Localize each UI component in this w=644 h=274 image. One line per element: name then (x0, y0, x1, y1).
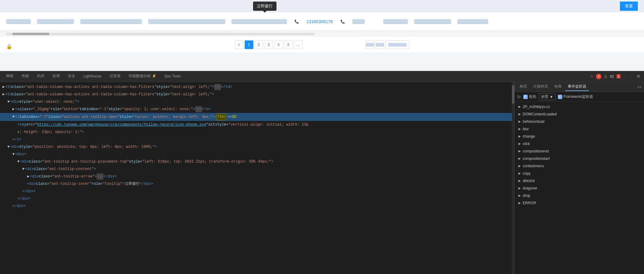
tooltip-popup: 立即拨打 (253, 2, 276, 11)
tab-lighthouse[interactable]: Lighthouse (80, 72, 105, 81)
event-triangle-5[interactable]: ▶ (518, 141, 521, 147)
page-prev[interactable]: < (235, 40, 243, 49)
event-item-1[interactable]: ▶ DOMContentLoaded (515, 110, 644, 118)
event-triangle-3[interactable]: ▶ (518, 126, 521, 132)
tab-styles[interactable]: 样式 (517, 83, 530, 91)
ancestor-dropdown[interactable]: 全部 ▼ (539, 93, 555, 100)
event-triangle-12[interactable]: ▶ (518, 193, 521, 199)
triangle-4[interactable]: ▶ (12, 106, 15, 112)
page-ellipsis[interactable]: ... (294, 40, 303, 49)
tab-recorder[interactable]: 记录器 (106, 72, 124, 81)
event-triangle-6[interactable]: ▶ (518, 148, 521, 154)
page-3[interactable]: 3 (264, 40, 273, 49)
event-name-4: change (523, 133, 535, 139)
tab-layout[interactable]: 布局 (552, 83, 564, 91)
ellipsis-3[interactable]: ··· (97, 173, 103, 180)
tab-computed[interactable]: 计算样式 (531, 83, 551, 91)
event-item-10[interactable]: ▶ dblclick (515, 177, 644, 185)
event-item-4[interactable]: ▶ change (515, 133, 644, 140)
triangle-3[interactable]: ▼ (7, 99, 10, 105)
triangle-1[interactable]: ▶ (2, 84, 5, 90)
event-item-9[interactable]: ▶ copy (515, 170, 644, 177)
page-next[interactable] (376, 40, 384, 49)
dom-line-6: <img src= "https://cdn.tungee.com/wareho… (0, 121, 514, 128)
event-item-8[interactable]: ▶ contextmenu (515, 162, 644, 170)
event-name-1: DOMContentLoaded (523, 111, 557, 117)
cell-1 (6, 19, 31, 24)
event-item-6[interactable]: ▶ compositionend (515, 147, 644, 155)
event-name-3: blur (523, 126, 529, 132)
event-triangle-2[interactable]: ▶ (518, 118, 521, 125)
triangle-8[interactable]: ▼ (7, 144, 10, 150)
event-triangle-8[interactable]: ▶ (518, 163, 521, 169)
tab-application[interactable]: 应用 (49, 72, 64, 81)
event-item-12[interactable]: ▶ drop (515, 192, 644, 199)
event-item-0[interactable]: ▶ 2P_m3h8qryv.cz (515, 103, 644, 110)
dom-scrollbar[interactable] (512, 82, 514, 274)
flex-badge: flex (216, 114, 226, 120)
scrollbar-track[interactable] (6, 33, 315, 35)
triangle-12[interactable]: ▶ (27, 173, 29, 180)
ellipsis-2[interactable]: ··· (195, 106, 202, 112)
dom-line-5[interactable]: ▼ <i tabindex="-1" class="anticon ant-to… (0, 113, 514, 121)
ellipsis-1[interactable]: ··· (214, 84, 221, 90)
dom-line-11: ▼ <div class="ant-tooltip-content" > (0, 165, 514, 173)
event-triangle-7[interactable]: ▶ (518, 156, 521, 162)
refresh-icon[interactable]: ↻ (517, 94, 521, 99)
page-5[interactable]: 5 (284, 40, 293, 49)
tab-devtools[interactable]: Dev Tools (161, 72, 184, 81)
chachong-button[interactable]: 查重 (620, 2, 638, 11)
chevron-down-icon: ▼ (550, 95, 553, 99)
page-jump[interactable] (385, 40, 409, 49)
page-4[interactable]: 4 (274, 40, 283, 49)
dom-scroll[interactable]: ▶ <td class="ant-table-column-has-action… (0, 82, 514, 274)
event-name-5: click (523, 141, 530, 147)
event-triangle-0[interactable]: ▶ (518, 104, 521, 110)
event-list[interactable]: ▶ 2P_m3h8qryv.cz ▶ DOMContentLoaded ▶ be… (515, 102, 644, 274)
devtools-close-button[interactable]: ✕ (635, 72, 642, 81)
event-name-2: beforeunload (523, 118, 544, 125)
page-1[interactable]: 1 (245, 40, 253, 49)
framework-label: Framework监听器 (563, 94, 593, 99)
scrollbar-thumb[interactable] (12, 33, 49, 35)
event-triangle-13[interactable]: ▶ (518, 200, 521, 206)
event-triangle-9[interactable]: ▶ (518, 170, 521, 176)
styles-tabs: 样式 计算样式 布局 事件监听器 >> (515, 82, 644, 92)
triangle-5[interactable]: ▼ (12, 114, 15, 120)
event-item-3[interactable]: ▶ blur (515, 125, 644, 133)
tab-performance[interactable]: 性能 (18, 72, 33, 81)
event-item-11[interactable]: ▶ dragover (515, 185, 644, 192)
triangle-2[interactable]: ▶ (2, 91, 5, 98)
event-triangle-4[interactable]: ▶ (518, 133, 521, 139)
page-8[interactable] (366, 40, 374, 49)
event-item-2[interactable]: ▶ beforeunload (515, 118, 644, 125)
event-item-13[interactable]: ▶ ERROR (515, 199, 644, 207)
event-item-5[interactable]: ▶ click (515, 140, 644, 147)
dom-line-15: </div> (0, 195, 514, 202)
dom-line-8: ▼ <div style="position: absolute; top: 0… (0, 143, 514, 151)
horizontal-scrollbar[interactable] (0, 31, 644, 37)
devtools-tab-bar: 网络 性能 内存 应用 安全 Lighthouse 记录器 性能数据分析 ⚡ D… (0, 71, 644, 82)
triangle-10[interactable]: ▼ (17, 159, 19, 165)
ancestor-checkbox[interactable] (523, 95, 528, 99)
tab-network[interactable]: 网络 (2, 72, 17, 81)
devtools-panel: 网络 性能 内存 应用 安全 Lighthouse 记录器 性能数据分析 ⚡ D… (0, 71, 644, 274)
event-triangle-1[interactable]: ▶ (518, 111, 521, 117)
dom-line-7: </i> (0, 136, 514, 143)
phone-icon-2: 📞 (340, 19, 345, 24)
dom-scrollbar-thumb[interactable] (512, 85, 514, 104)
triangle-11[interactable]: ▼ (22, 166, 24, 172)
tab-security[interactable]: 安全 (64, 72, 79, 81)
event-item-7[interactable]: ▶ compositionstart (515, 155, 644, 162)
framework-checkbox[interactable] (558, 95, 562, 99)
event-triangle-11[interactable]: ▶ (518, 185, 521, 191)
tab-event-listeners[interactable]: 事件监听器 (565, 83, 589, 91)
tab-memory[interactable]: 内存 (33, 72, 48, 81)
triangle-9[interactable]: ▼ (12, 151, 15, 157)
event-triangle-10[interactable]: ▶ (518, 178, 521, 184)
img-src-link[interactable]: https://cdn.tungee.com/warehouse/crm/com… (37, 122, 206, 128)
page-2[interactable]: 2 (255, 40, 263, 49)
styles-tab-more[interactable]: >> (637, 85, 642, 89)
tab-performance-insights[interactable]: 性能数据分析 ⚡ (125, 72, 160, 81)
styles-panel: 样式 计算样式 布局 事件监听器 >> ↻ 祖先 (514, 82, 644, 274)
